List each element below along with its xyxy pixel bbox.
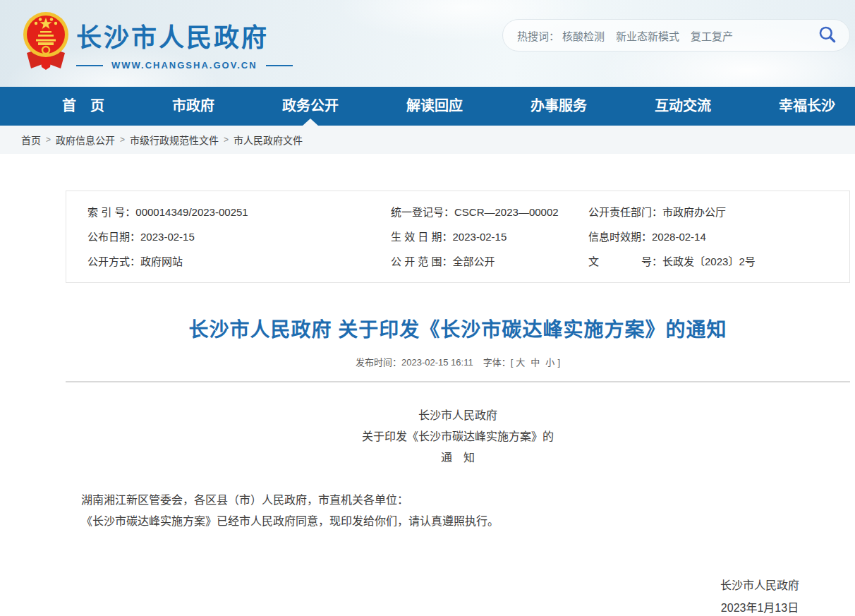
- breadcrumb-normative-docs[interactable]: 市级行政规范性文件: [130, 133, 219, 147]
- doc-paragraph-body: 《长沙市碳达峰实施方案》已经市人民政府同意，现印发给你们，请认真遵照执行。: [66, 511, 850, 532]
- national-emblem-logo[interactable]: [21, 9, 71, 77]
- hot-keyword-3[interactable]: 复工复产: [691, 28, 733, 43]
- nav-item-city-government[interactable]: 市政府: [172, 87, 214, 126]
- breadcrumb-home[interactable]: 首页: [21, 133, 41, 147]
- nav-item-services[interactable]: 办事服务: [530, 87, 587, 126]
- site-url: WWW.CHANGSHA.GOV.CN: [111, 60, 257, 71]
- breadcrumb-separator: >: [46, 135, 51, 145]
- site-brand: 长沙市人民政府 WWW.CHANGSHA.GOV.CN: [76, 17, 293, 71]
- nav-item-government-affairs[interactable]: 政务公开: [282, 87, 339, 126]
- hot-keyword-1[interactable]: 核酸检测: [562, 28, 605, 43]
- font-size-label: 字体：: [483, 357, 511, 368]
- meta-field-effective-date: 生 效 日 期：2023-02-15: [391, 224, 588, 249]
- content-container: 索 引 号：000014349/2023-00251 统一登记号：CSCR—20…: [66, 191, 850, 616]
- site-title: 长沙市人民政府: [76, 17, 293, 54]
- font-size-large-button[interactable]: 大: [516, 357, 525, 368]
- site-header: 长沙市人民政府 WWW.CHANGSHA.GOV.CN 热搜词： 核酸检测 新业…: [0, 0, 855, 87]
- meta-field-publish-date: 公布日期：2023-02-15: [87, 224, 391, 249]
- font-size-medium-button[interactable]: 中: [530, 357, 540, 368]
- meta-field-doc-number: 文 号：长政发〔2023〕2号: [588, 249, 849, 274]
- doc-paragraph-salutation: 湖南湘江新区管委会，各区县（市）人民政府，市直机关各单位：: [66, 490, 850, 511]
- search-icon: [818, 25, 837, 46]
- meta-field-publish-scope: 公 开 范 围：全部公开: [391, 249, 588, 274]
- doc-heading-line-2: 关于印发《长沙市碳达峰实施方案》的: [66, 426, 850, 447]
- nav-item-interaction[interactable]: 互动交流: [655, 87, 711, 126]
- meta-field-index-number: 索 引 号：000014349/2023-00251: [87, 200, 391, 224]
- search-button[interactable]: [818, 25, 837, 46]
- font-bracket-close: ]: [557, 357, 560, 368]
- hot-keyword-2[interactable]: 新业态新模式: [616, 28, 679, 43]
- publish-info-line: 发布时间：2023-02-15 16:11字体：[大中小]: [66, 355, 850, 368]
- meta-field-publish-method: 公开方式：政府网站: [87, 249, 391, 274]
- nav-item-happy-changsha[interactable]: 幸福长沙: [779, 87, 835, 126]
- main-nav: 首 页 市政府 政务公开 解读回应 办事服务 互动交流 幸福长沙: [0, 87, 855, 126]
- document-meta-table: 索 引 号：000014349/2023-00251 统一登记号：CSCR—20…: [66, 191, 850, 283]
- breadcrumb-separator: >: [224, 135, 229, 145]
- breadcrumb-gov-info[interactable]: 政府信息公开: [56, 133, 115, 147]
- url-dash-right: [266, 65, 293, 66]
- publish-time-value: 2023-02-15 16:11: [401, 357, 473, 368]
- national-emblem-icon: [21, 67, 71, 79]
- url-dash-left: [76, 65, 103, 66]
- font-bracket-open: [: [511, 357, 514, 368]
- breadcrumb-separator: >: [120, 135, 125, 145]
- doc-heading-line-1: 长沙市人民政府: [66, 405, 850, 426]
- hot-search-label: 热搜词：: [517, 28, 559, 43]
- signature-name: 长沙市人民政府: [720, 574, 799, 597]
- site-url-row: WWW.CHANGSHA.GOV.CN: [76, 60, 293, 71]
- meta-field-register-number: 统一登记号：CSCR—2023—00002: [391, 200, 588, 224]
- nav-item-policy-interpretation[interactable]: 解读回应: [406, 87, 463, 126]
- page-title: 长沙市人民政府 关于印发《长沙市碳达峰实施方案》的通知: [66, 314, 850, 342]
- meta-field-responsible-dept: 公开责任部门：市政府办公厅: [588, 200, 849, 224]
- title-divider: [66, 381, 850, 382]
- breadcrumb: 首页 > 政府信息公开 > 市级行政规范性文件 > 市人民政府文件: [0, 126, 855, 154]
- breadcrumb-current: 市人民政府文件: [234, 133, 303, 147]
- meta-field-expiry-date: 信息时效期：2028-02-14: [588, 224, 849, 249]
- doc-paragraphs: 湖南湘江新区管委会，各区县（市）人民政府，市直机关各单位： 《长沙市碳达峰实施方…: [66, 490, 850, 532]
- font-size-small-button[interactable]: 小: [545, 357, 554, 368]
- signature-date: 2023年1月13日: [720, 597, 799, 616]
- nav-item-home[interactable]: 首 页: [62, 87, 104, 126]
- search-box[interactable]: 热搜词： 核酸检测 新业态新模式 复工复产: [502, 19, 850, 52]
- publish-time-label: 发布时间：: [356, 357, 401, 368]
- signature-block: 长沙市人民政府 2023年1月13日: [66, 574, 850, 616]
- doc-heading-line-3: 通 知: [66, 447, 850, 469]
- document-body: 长沙市人民政府 关于印发《长沙市碳达峰实施方案》的 通 知 湖南湘江新区管委会，…: [66, 405, 850, 616]
